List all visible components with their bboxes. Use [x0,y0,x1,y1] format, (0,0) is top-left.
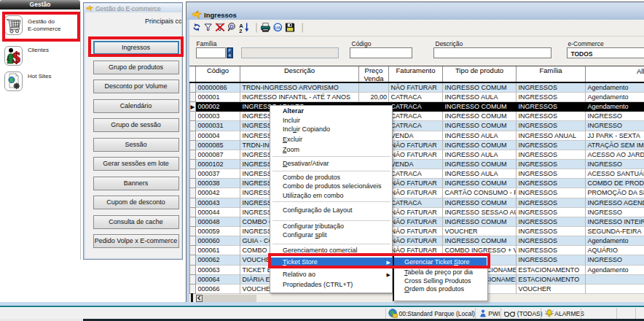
svg-text:$: $ [12,48,20,65]
svg-text:UA: UA [275,25,280,29]
svg-text:D: D [229,23,233,28]
svg-text:2: 2 [239,27,242,34]
